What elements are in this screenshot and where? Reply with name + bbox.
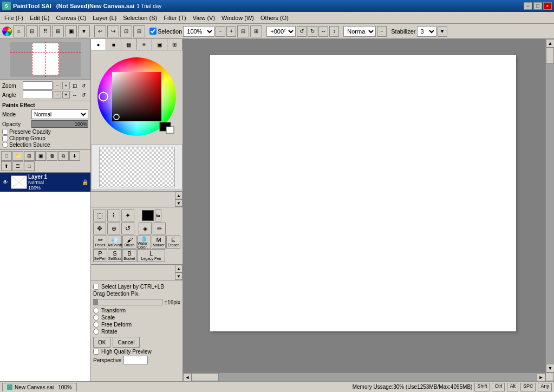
rotation-select[interactable]: +000° <box>266 26 296 37</box>
palette-scroll-up[interactable]: ▲ <box>175 265 183 272</box>
toolbar-btn-photo[interactable]: ▣ <box>65 25 77 37</box>
select-layer-checkbox[interactable] <box>93 284 99 290</box>
maximize-button[interactable]: □ <box>533 2 542 10</box>
layer-item[interactable]: 👁 Layer 1 Normal 100% 🔒 <box>0 173 90 192</box>
move-tool[interactable]: ✥ <box>93 223 106 234</box>
menu-others[interactable]: Others (O) <box>257 14 292 22</box>
menu-view[interactable]: View (V) <box>190 14 218 22</box>
zoom-tool[interactable]: ⊕ <box>107 223 120 234</box>
toolbar-btn4[interactable]: ⊟ <box>133 25 145 37</box>
fg-color-swatch[interactable] <box>142 210 154 221</box>
selection-source-radio[interactable] <box>2 142 8 148</box>
legacy-pen-tool[interactable]: L Legacy Pen <box>137 249 165 262</box>
stabilizer-select[interactable]: 3 <box>417 26 436 37</box>
pen-tool[interactable]: ✏ <box>153 223 166 234</box>
angle-dec-btn[interactable]: − <box>54 91 61 99</box>
angle-value[interactable]: +0008 <box>23 90 53 99</box>
clipping-group-checkbox[interactable] <box>2 135 8 141</box>
transform-radio[interactable] <box>93 308 99 313</box>
zoom-select[interactable]: 100% <box>183 26 214 37</box>
toolbar-dropdown[interactable]: ▼ <box>78 25 90 37</box>
rotate-tool[interactable]: ↺ <box>121 223 134 234</box>
menu-canvas[interactable]: Canvas (C) <box>53 14 90 22</box>
zoom-fit-icon[interactable]: ⊡ <box>71 82 79 89</box>
blend-mode-select[interactable]: Normal <box>343 26 376 37</box>
rotate-radio[interactable] <box>93 329 99 335</box>
close-button[interactable]: × <box>543 2 552 10</box>
color-tab-square[interactable]: ■ <box>106 39 121 50</box>
scroll-thumb-horizontal[interactable] <box>192 373 219 381</box>
layer-settings-btn[interactable]: ☰ <box>12 161 23 171</box>
eraser-tool[interactable]: E Eraser <box>166 236 180 249</box>
palette-scroll-down[interactable]: ▼ <box>175 272 183 280</box>
canvas-tab[interactable]: New Canvas.sai 100% <box>2 383 77 391</box>
brush-panel-scroll-down[interactable]: ▼ <box>175 199 183 207</box>
zoom-inc-btn[interactable]: + <box>62 82 70 89</box>
toolbar-undo[interactable]: ↩ <box>94 25 106 37</box>
zoom-reset-icon[interactable]: ↺ <box>80 82 87 89</box>
rotate-ccw[interactable]: ↺ <box>297 26 307 37</box>
new-folder-btn[interactable]: 📁 <box>12 151 23 161</box>
toolbar-btn-lines[interactable]: ≡ <box>13 25 25 37</box>
scroll-right-btn[interactable]: ► <box>537 373 545 381</box>
merge-all-btn[interactable]: ⬆ <box>1 161 12 171</box>
layer-lock-icon[interactable]: 🔒 <box>81 178 89 187</box>
scroll-left-btn[interactable]: ◄ <box>183 373 192 381</box>
new-layer-btn[interactable]: □ <box>1 151 12 161</box>
angle-flip-icon[interactable]: ↔ <box>71 91 79 99</box>
drawing-canvas[interactable] <box>210 55 516 331</box>
color-tab-lines[interactable]: ≡ <box>137 39 152 50</box>
menu-layer[interactable]: Layer (L) <box>89 14 120 22</box>
free-deform-radio[interactable] <box>93 322 99 328</box>
marker-tool[interactable]: M Marker <box>152 236 166 249</box>
watercolor-tool[interactable]: 💧 Water Color <box>137 236 151 249</box>
zoom-fit[interactable]: ⊟ <box>237 25 249 37</box>
layer-thumbnail-btn[interactable]: □ <box>24 161 35 171</box>
menu-edit[interactable]: Edit (E) <box>27 14 53 22</box>
scroll-up-btn[interactable]: ▲ <box>546 39 554 48</box>
eyedropper-tool[interactable]: ◈ <box>139 223 152 234</box>
toolbar-redo[interactable]: ↪ <box>107 25 119 37</box>
brush-panel-scroll-up[interactable]: ▲ <box>175 192 183 199</box>
drag-detection-bar[interactable] <box>93 299 162 305</box>
zoom-dec-btn[interactable]: − <box>54 82 61 89</box>
ok-button[interactable]: OK <box>93 337 110 348</box>
rotate-cw[interactable]: ↻ <box>308 26 317 37</box>
lasso-tool[interactable]: ⌇ <box>107 210 120 221</box>
blend-mode-dropdown[interactable]: Normal <box>31 109 88 119</box>
angle-inc-btn[interactable]: + <box>62 91 70 99</box>
toolbar-btn-grid[interactable]: ⊞ <box>52 25 64 37</box>
preserve-opacity-checkbox[interactable] <box>2 129 8 135</box>
selection-checkbox-label[interactable]: Selection <box>149 28 182 35</box>
color-tab-wheel[interactable]: ● <box>91 39 106 50</box>
minimize-button[interactable]: − <box>524 2 532 10</box>
menu-filter[interactable]: Filter (T) <box>160 14 190 22</box>
toolbar-btn3[interactable]: ⊡ <box>120 25 132 37</box>
scroll-track-horizontal[interactable] <box>192 373 537 381</box>
toolbar-btn-dots[interactable]: ⠿ <box>39 25 51 37</box>
layer-mask-btn[interactable]: ▣ <box>35 151 46 161</box>
selpen-tool[interactable]: P SelPen <box>93 249 107 262</box>
toolbar-btn-hlines[interactable]: ⊟ <box>26 25 38 37</box>
angle-reset-icon[interactable]: ↺ <box>80 91 87 99</box>
copy-layer-btn[interactable]: ⧉ <box>58 151 69 161</box>
selection-checkbox[interactable] <box>149 28 157 35</box>
color-tab-rect[interactable]: ▣ <box>152 39 167 50</box>
layer-visibility-icon[interactable]: 👁 <box>1 178 10 187</box>
magic-wand-tool[interactable]: ✦ <box>121 210 134 221</box>
menu-window[interactable]: Window (W) <box>218 14 257 22</box>
zoom-minus[interactable]: − <box>216 26 225 37</box>
zoom-plus[interactable]: + <box>226 26 236 37</box>
scroll-track-vertical[interactable] <box>546 48 554 364</box>
scroll-thumb-vertical[interactable] <box>546 48 554 64</box>
toolbar-color-circle[interactable] <box>2 27 12 36</box>
perspective-input[interactable]: 0 <box>123 356 148 364</box>
flip-v[interactable]: ↕ <box>329 26 339 37</box>
blend-minus[interactable]: − <box>377 26 387 37</box>
color-wheel[interactable] <box>95 55 179 139</box>
pencil-tool[interactable]: ✏ Pencil <box>93 236 107 249</box>
stab-dropdown[interactable]: ▼ <box>438 26 447 37</box>
menu-file[interactable]: File (F) <box>1 14 27 22</box>
menu-selection[interactable]: Selection (S) <box>120 14 160 22</box>
color-tab-check[interactable]: ⊞ <box>167 39 183 50</box>
